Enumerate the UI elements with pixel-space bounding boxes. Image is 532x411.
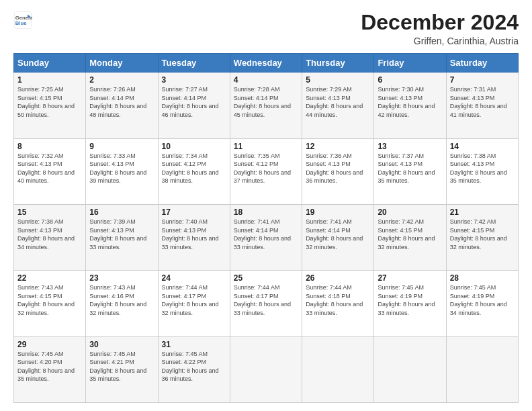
calendar-cell: 25Sunrise: 7:44 AMSunset: 4:17 PMDayligh… (230, 271, 302, 336)
week-row-5: 29Sunrise: 7:45 AMSunset: 4:20 PMDayligh… (14, 336, 519, 402)
col-monday: Monday (86, 54, 158, 73)
day-number: 8 (17, 142, 82, 151)
col-thursday: Thursday (302, 54, 374, 73)
day-number: 1 (17, 75, 82, 85)
day-info: Sunrise: 7:27 AMSunset: 4:14 PMDaylight:… (162, 85, 226, 119)
day-number: 24 (162, 273, 226, 283)
day-info: Sunrise: 7:34 AMSunset: 4:12 PMDaylight:… (162, 152, 226, 185)
page: General Blue December 2024 Griffen, Cari… (0, 0, 532, 411)
calendar-cell: 5Sunrise: 7:29 AMSunset: 4:13 PMDaylight… (302, 73, 374, 138)
day-number: 5 (306, 75, 370, 85)
day-number: 6 (378, 75, 442, 85)
day-info: Sunrise: 7:32 AMSunset: 4:13 PMDaylight:… (17, 152, 82, 185)
day-info: Sunrise: 7:39 AMSunset: 4:13 PMDaylight:… (89, 218, 154, 251)
day-number: 25 (234, 273, 298, 283)
day-info: Sunrise: 7:38 AMSunset: 4:13 PMDaylight:… (450, 152, 515, 185)
day-number: 17 (162, 208, 226, 217)
day-info: Sunrise: 7:31 AMSunset: 4:13 PMDaylight:… (450, 85, 515, 119)
calendar-cell: 8Sunrise: 7:32 AMSunset: 4:13 PMDaylight… (14, 138, 86, 204)
day-info: Sunrise: 7:25 AMSunset: 4:15 PMDaylight:… (17, 85, 82, 119)
day-number: 12 (306, 142, 370, 151)
day-number: 10 (162, 142, 226, 151)
month-title: December 2024 (361, 11, 519, 34)
calendar-cell: 16Sunrise: 7:39 AMSunset: 4:13 PMDayligh… (86, 204, 158, 270)
calendar-cell: 13Sunrise: 7:37 AMSunset: 4:13 PMDayligh… (374, 138, 446, 204)
day-info: Sunrise: 7:45 AMSunset: 4:20 PMDaylight:… (17, 350, 82, 383)
calendar-cell: 3Sunrise: 7:27 AMSunset: 4:14 PMDaylight… (158, 73, 230, 138)
day-info: Sunrise: 7:45 AMSunset: 4:19 PMDaylight:… (450, 283, 515, 317)
day-number: 23 (89, 273, 154, 283)
week-row-3: 15Sunrise: 7:38 AMSunset: 4:13 PMDayligh… (14, 204, 519, 270)
calendar-cell: 22Sunrise: 7:43 AMSunset: 4:15 PMDayligh… (14, 271, 86, 336)
calendar-cell: 9Sunrise: 7:33 AMSunset: 4:13 PMDaylight… (86, 138, 158, 204)
calendar-cell: 19Sunrise: 7:41 AMSunset: 4:14 PMDayligh… (302, 204, 374, 270)
day-info: Sunrise: 7:44 AMSunset: 4:17 PMDaylight:… (162, 283, 226, 317)
day-info: Sunrise: 7:42 AMSunset: 4:15 PMDaylight:… (450, 218, 515, 251)
calendar-cell: 7Sunrise: 7:31 AMSunset: 4:13 PMDaylight… (446, 73, 518, 138)
calendar-cell: 4Sunrise: 7:28 AMSunset: 4:14 PMDaylight… (230, 73, 302, 138)
day-number: 28 (450, 273, 515, 283)
day-number: 26 (306, 273, 370, 283)
day-number: 3 (162, 75, 226, 85)
col-tuesday: Tuesday (158, 54, 230, 73)
day-number: 19 (306, 208, 370, 217)
calendar-cell (302, 336, 374, 402)
day-info: Sunrise: 7:45 AMSunset: 4:21 PMDaylight:… (89, 350, 154, 383)
day-info: Sunrise: 7:45 AMSunset: 4:19 PMDaylight:… (378, 283, 442, 317)
col-friday: Friday (374, 54, 446, 73)
day-info: Sunrise: 7:43 AMSunset: 4:15 PMDaylight:… (17, 283, 82, 317)
calendar-cell: 15Sunrise: 7:38 AMSunset: 4:13 PMDayligh… (14, 204, 86, 270)
calendar-cell: 2Sunrise: 7:26 AMSunset: 4:14 PMDaylight… (86, 73, 158, 138)
day-info: Sunrise: 7:35 AMSunset: 4:12 PMDaylight:… (234, 152, 298, 185)
calendar-cell (230, 336, 302, 402)
title-area: December 2024 Griffen, Carinthia, Austri… (361, 11, 519, 46)
header-row: Sunday Monday Tuesday Wednesday Thursday… (14, 54, 519, 73)
day-number: 11 (234, 142, 298, 151)
calendar-cell: 17Sunrise: 7:40 AMSunset: 4:13 PMDayligh… (158, 204, 230, 270)
calendar-cell: 31Sunrise: 7:45 AMSunset: 4:22 PMDayligh… (158, 336, 230, 402)
day-info: Sunrise: 7:26 AMSunset: 4:14 PMDaylight:… (89, 85, 154, 119)
day-number: 15 (17, 208, 82, 217)
day-info: Sunrise: 7:38 AMSunset: 4:13 PMDaylight:… (17, 218, 82, 251)
day-info: Sunrise: 7:43 AMSunset: 4:16 PMDaylight:… (89, 283, 154, 317)
day-number: 18 (234, 208, 298, 217)
day-number: 7 (450, 75, 515, 85)
day-number: 21 (450, 208, 515, 217)
day-info: Sunrise: 7:30 AMSunset: 4:13 PMDaylight:… (378, 85, 442, 119)
calendar-cell: 30Sunrise: 7:45 AMSunset: 4:21 PMDayligh… (86, 336, 158, 402)
calendar-cell: 21Sunrise: 7:42 AMSunset: 4:15 PMDayligh… (446, 204, 518, 270)
day-info: Sunrise: 7:44 AMSunset: 4:17 PMDaylight:… (234, 283, 298, 317)
week-row-2: 8Sunrise: 7:32 AMSunset: 4:13 PMDaylight… (14, 138, 519, 204)
calendar-cell: 24Sunrise: 7:44 AMSunset: 4:17 PMDayligh… (158, 271, 230, 336)
day-info: Sunrise: 7:45 AMSunset: 4:22 PMDaylight:… (162, 350, 226, 383)
calendar-cell: 20Sunrise: 7:42 AMSunset: 4:15 PMDayligh… (374, 204, 446, 270)
calendar-table: Sunday Monday Tuesday Wednesday Thursday… (13, 53, 519, 403)
day-info: Sunrise: 7:40 AMSunset: 4:13 PMDaylight:… (162, 218, 226, 251)
calendar-cell: 1Sunrise: 7:25 AMSunset: 4:15 PMDaylight… (14, 73, 86, 138)
location-subtitle: Griffen, Carinthia, Austria (361, 36, 519, 46)
calendar-cell: 29Sunrise: 7:45 AMSunset: 4:20 PMDayligh… (14, 336, 86, 402)
day-number: 14 (450, 142, 515, 151)
day-number: 9 (89, 142, 154, 151)
day-info: Sunrise: 7:41 AMSunset: 4:14 PMDaylight:… (306, 218, 370, 251)
svg-text:General: General (15, 15, 32, 21)
day-number: 29 (17, 340, 82, 349)
col-wednesday: Wednesday (230, 54, 302, 73)
logo: General Blue (13, 11, 32, 30)
calendar-cell: 28Sunrise: 7:45 AMSunset: 4:19 PMDayligh… (446, 271, 518, 336)
day-number: 4 (234, 75, 298, 85)
day-number: 27 (378, 273, 442, 283)
calendar: Sunday Monday Tuesday Wednesday Thursday… (13, 53, 519, 403)
day-number: 30 (89, 340, 154, 349)
calendar-cell: 18Sunrise: 7:41 AMSunset: 4:14 PMDayligh… (230, 204, 302, 270)
calendar-cell (374, 336, 446, 402)
calendar-cell: 6Sunrise: 7:30 AMSunset: 4:13 PMDaylight… (374, 73, 446, 138)
day-info: Sunrise: 7:36 AMSunset: 4:13 PMDaylight:… (306, 152, 370, 185)
day-number: 31 (162, 340, 226, 349)
calendar-cell: 27Sunrise: 7:45 AMSunset: 4:19 PMDayligh… (374, 271, 446, 336)
day-number: 2 (89, 75, 154, 85)
day-info: Sunrise: 7:42 AMSunset: 4:15 PMDaylight:… (378, 218, 442, 251)
week-row-1: 1Sunrise: 7:25 AMSunset: 4:15 PMDaylight… (14, 73, 519, 138)
day-info: Sunrise: 7:29 AMSunset: 4:13 PMDaylight:… (306, 85, 370, 119)
calendar-cell: 12Sunrise: 7:36 AMSunset: 4:13 PMDayligh… (302, 138, 374, 204)
